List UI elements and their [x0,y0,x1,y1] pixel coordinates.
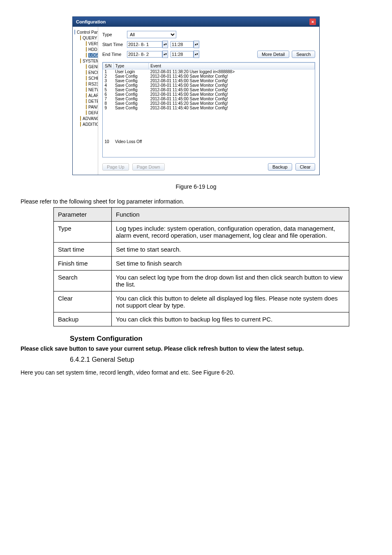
table-row[interactable]: 7Save Config2012-08-01 11:45:00 Save Mon… [103,97,314,101]
folder-icon [86,110,87,115]
tree-encode[interactable]: ENCODE [74,69,96,75]
log-table-container: S/N Type Event 1User Login2012-08-01 11:… [102,62,315,157]
table-row[interactable]: 2Save Config2012-08-01 11:45:00 Save Mon… [103,74,314,79]
table-row: TypeLog types include: system operation,… [54,222,349,243]
table-row: Start timeSet time to start search. [54,243,349,257]
tree-schedule[interactable]: SCHEDULE [74,75,96,81]
folder-icon [86,104,87,109]
function-header: Function [112,208,349,222]
col-event[interactable]: Event [149,63,315,69]
folder-icon [86,76,87,81]
tree-general[interactable]: GENERAL [74,64,96,69]
table-row[interactable]: 8Save Config2012-08-01 11:45:20 Save Mon… [103,101,314,106]
tree-query-system-info[interactable]: QUERY SYSTEM INFO [74,35,96,41]
folder-icon [80,122,81,127]
table-row[interactable]: 5Save Config2012-08-01 11:45:00 Save Mon… [103,88,314,92]
figure-caption: Figure 6-19 Log [21,183,371,190]
tree-detect[interactable]: DETECT [74,98,96,104]
table-row[interactable]: 1User Login2012-08-01 11:38:20 User logg… [103,69,314,74]
tree-default-backup[interactable]: DEFAULT/BACKUP [74,110,96,116]
clear-button[interactable]: Clear [295,163,315,171]
tree-network[interactable]: NETWORK [74,87,96,92]
table-row[interactable]: 6Save Config2012-08-01 11:45:00 Save Mon… [103,92,314,97]
tree-log[interactable]: LOG [74,52,96,58]
table-row[interactable]: 9Save Config2012-08-01 11:45:40 Save Mon… [103,106,314,110]
folder-icon [86,41,87,46]
folder-icon [86,81,87,86]
folder-icon [80,58,81,63]
start-time-label: Start Time [102,42,127,47]
param-header: Parameter [54,208,112,222]
table-row: Finish timeSet time to finish search [54,257,349,271]
sub-heading: 6.4.2.1 General Setup [70,356,371,363]
folder-icon [86,53,87,58]
col-sn[interactable]: S/N [103,63,113,69]
folder-icon [86,70,87,75]
tree-ptz[interactable]: PAN/TILT/ZOOM [74,104,96,110]
intro-text: Please refer to the following sheet for … [21,198,371,205]
tree-control-panel[interactable]: Control Panel [74,29,96,35]
end-time-spinner[interactable]: ▴▾ [194,51,199,58]
table-row: SearchYou can select log type from the d… [54,271,349,291]
page-down-button[interactable]: Page Down [132,163,165,171]
type-select[interactable]: All [127,31,176,38]
section-note: Please click save button to save your cu… [21,345,371,352]
folder-icon [86,64,87,69]
tree-hdd-info[interactable]: HDD INFO [74,46,96,52]
configuration-window: Configuration × Control Panel QUERY SYST… [72,16,320,175]
end-time-input[interactable] [171,51,194,58]
close-icon[interactable]: × [309,18,316,25]
panel-icon [74,30,75,35]
tree-rs232[interactable]: RS232 [74,81,96,87]
parameter-table: Parameter Function TypeLog types include… [53,207,349,326]
page-up-button[interactable]: Page Up [102,163,129,171]
end-time-label: End Time [102,52,127,57]
start-date-input[interactable] [127,41,162,48]
table-row: BackupYou can click this button to backu… [54,312,349,326]
type-label: Type [102,32,127,37]
log-pane: Type All Start Time ▴▾ ▴▾ End Time ▴▾ ▴▾… [98,27,319,175]
folder-icon [86,47,87,52]
folder-icon [80,116,81,121]
table-row: ClearYou can click this button to delete… [54,291,349,312]
end-date-spinner[interactable]: ▴▾ [162,51,168,58]
start-time-spinner[interactable]: ▴▾ [194,41,199,48]
tree-system-config[interactable]: SYSTEM CONFIG [74,58,96,64]
folder-icon [86,99,87,104]
section-heading: System Configuration [70,335,371,343]
folder-icon [80,35,81,40]
tree-advanced[interactable]: ADVANCED [74,116,96,121]
tree-additional-function[interactable]: ADDITIONAL FUNCTION [74,121,96,127]
col-type[interactable]: Type [113,63,149,69]
table-row[interactable]: 10Video Loss Off2012-08-01 11:46:00 [103,110,314,157]
more-detail-button[interactable]: More Detail [257,51,289,58]
nav-tree: Control Panel QUERY SYSTEM INFO VERSION … [73,27,98,175]
start-time-input[interactable] [171,41,194,48]
window-titlebar: Configuration × [73,17,319,27]
window-title: Configuration [76,19,106,24]
tree-alarm[interactable]: ALARM [74,92,96,98]
backup-button[interactable]: Backup [268,163,292,171]
end-date-input[interactable] [127,51,162,58]
section-body: Here you can set system time, record len… [21,369,371,376]
folder-icon [86,87,87,92]
tree-version[interactable]: VERSION [74,41,96,46]
table-row[interactable]: 4Save Config2012-08-01 11:45:00 Save Mon… [103,83,314,88]
log-table: S/N Type Event 1User Login2012-08-01 11:… [103,62,315,157]
folder-icon [86,93,87,98]
table-row[interactable]: 3Save Config2012-08-01 11:45:00 Save Mon… [103,79,314,83]
search-button[interactable]: Search [292,51,315,58]
start-date-spinner[interactable]: ▴▾ [162,41,168,48]
